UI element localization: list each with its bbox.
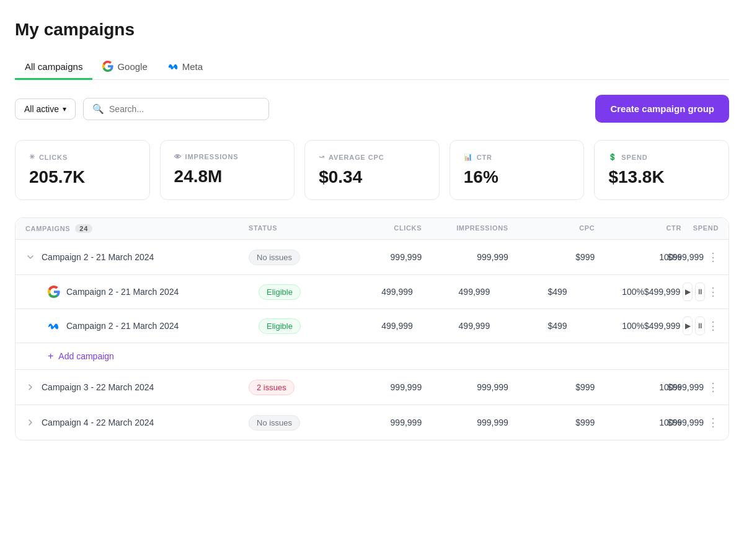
add-campaign-label: Add campaign	[58, 351, 114, 361]
row1-clicks: 999,999	[335, 252, 422, 262]
money-icon: 💲	[608, 153, 618, 161]
metric-spend-label: 💲 SPEND	[608, 153, 715, 161]
tab-meta-label: Meta	[182, 61, 203, 72]
tab-google-label: Google	[117, 61, 147, 72]
sub1b-actions: $499,999 ▶ ⏸ ⋮	[644, 317, 719, 335]
chevron-down-icon: ▾	[63, 105, 66, 113]
page-title: My campaigns	[15, 20, 729, 40]
row2-impressions: 999,999	[422, 382, 508, 392]
sub-row: Campaign 2 - 21 March 2024 Eligible 499,…	[16, 309, 728, 343]
sub1b-name-cell: Campaign 2 - 21 March 2024	[48, 320, 259, 332]
th-spend: SPEND	[681, 224, 719, 233]
sub1a-impressions: 499,999	[413, 287, 490, 297]
search-box: 🔍	[83, 98, 269, 120]
sparkle-icon: ✳	[29, 153, 35, 161]
plus-icon: +	[48, 351, 53, 362]
row1-status: No issues	[249, 250, 335, 265]
status-badge: No issues	[249, 250, 300, 265]
table-row: Campaign 3 - 22 March 2024 2 issues 999,…	[16, 370, 728, 405]
sub1a-actions: $499,999 ▶ ⏸ ⋮	[644, 282, 719, 301]
status-badge: No issues	[249, 415, 300, 431]
metric-ctr-value: 16%	[464, 167, 570, 187]
sub1b-name: Campaign 2 - 21 March 2024	[66, 321, 179, 331]
row3-impressions: 999,999	[422, 418, 508, 427]
row1-actions: $999,999 ⋮	[681, 248, 719, 266]
row3-cpc: $999	[508, 418, 595, 427]
table-row: Campaign 2 - 21 March 2024 No issues 999…	[16, 240, 728, 275]
sub1a-spend: $499,999	[644, 287, 680, 297]
sub1b-ctr: 100%	[567, 321, 644, 331]
meta-icon	[167, 61, 179, 72]
filter-label: All active	[24, 104, 59, 114]
sub1b-more-button[interactable]: ⋮	[707, 317, 719, 335]
table-row: Campaign 4 - 22 March 2024 No issues 999…	[16, 405, 728, 440]
sub1a-pause-button[interactable]: ⏸	[695, 282, 705, 301]
toolbar: All active ▾ 🔍 Create campaign group	[15, 95, 729, 123]
tab-meta[interactable]: Meta	[157, 55, 213, 80]
tab-bar: All campaigns Google Meta	[15, 55, 729, 80]
sub1a-status: Eligible	[259, 284, 335, 300]
row3-name: Campaign 4 - 22 March 2024	[42, 418, 154, 427]
metric-impressions: 👁 IMPRESSIONS 24.8M	[160, 140, 295, 200]
chart-icon: 📊	[464, 153, 473, 161]
row1-name: Campaign 2 - 21 March 2024	[42, 252, 154, 262]
row3-more-button[interactable]: ⋮	[707, 414, 719, 431]
sub1a-more-button[interactable]: ⋮	[707, 283, 719, 300]
metric-spend: 💲 SPEND $13.8K	[594, 140, 729, 200]
campaign-count-badge: 24	[75, 224, 92, 233]
row2-more-button[interactable]: ⋮	[707, 378, 719, 396]
row2-cpc: $999	[508, 382, 595, 392]
row3-clicks: 999,999	[335, 418, 422, 427]
sub1b-spend: $499,999	[644, 321, 680, 331]
search-input[interactable]	[109, 104, 260, 114]
th-status: STATUS	[249, 224, 335, 233]
sub1b-clicks: 499,999	[335, 321, 412, 331]
row2-spend: $999,999	[668, 382, 704, 392]
chevron-right-icon[interactable]	[25, 382, 35, 392]
add-campaign-row[interactable]: + Add campaign	[16, 343, 728, 370]
chevron-right-icon[interactable]	[25, 418, 35, 427]
row2-actions: $999,999 ⋮	[681, 378, 719, 396]
sub1b-pause-button[interactable]: ⏸	[695, 317, 705, 335]
create-campaign-group-button[interactable]: Create campaign group	[595, 95, 729, 123]
tab-all-campaigns[interactable]: All campaigns	[15, 55, 92, 80]
campaigns-table: CAMPAIGNS 24 STATUS CLICKS IMPRESSIONS C…	[15, 217, 729, 440]
row3-status: No issues	[249, 415, 335, 431]
sub-row: Campaign 2 - 21 March 2024 Eligible 499,…	[16, 275, 728, 309]
sub1a-play-button[interactable]: ▶	[683, 282, 693, 301]
sub1b-impressions: 499,999	[413, 321, 490, 331]
row2-clicks: 999,999	[335, 382, 422, 392]
chevron-down-icon[interactable]	[25, 252, 35, 262]
metrics-row: ✳ CLICKS 205.7K 👁 IMPRESSIONS 24.8M ⤻ AV…	[15, 140, 729, 200]
th-clicks: CLICKS	[335, 224, 422, 233]
sub1b-play-button[interactable]: ▶	[683, 317, 693, 335]
eye-icon: 👁	[174, 153, 182, 160]
create-button-label: Create campaign group	[610, 103, 714, 114]
google-icon	[102, 61, 113, 72]
th-campaigns: CAMPAIGNS 24	[25, 224, 249, 233]
row1-cpc: $999	[508, 252, 595, 262]
row1-more-button[interactable]: ⋮	[707, 248, 719, 266]
status-badge: Eligible	[259, 318, 301, 334]
row2-name: Campaign 3 - 22 March 2024	[42, 382, 154, 392]
row2-name-cell: Campaign 3 - 22 March 2024	[25, 382, 249, 392]
page-container: My campaigns All campaigns Google Meta	[0, 0, 744, 460]
metric-avg-cpc: ⤻ AVERAGE CPC $0.34	[304, 140, 440, 200]
sub1b-cpc: $499	[490, 321, 567, 331]
sub1a-clicks: 499,999	[335, 287, 412, 297]
filter-dropdown[interactable]: All active ▾	[15, 98, 76, 120]
tab-google[interactable]: Google	[92, 55, 157, 80]
metric-avg-cpc-label: ⤻ AVERAGE CPC	[319, 153, 425, 161]
row3-spend: $999,999	[668, 418, 704, 427]
row2-status: 2 issues	[249, 380, 335, 395]
google-icon	[48, 286, 60, 298]
row3-name-cell: Campaign 4 - 22 March 2024	[25, 418, 249, 427]
sub1b-status: Eligible	[259, 318, 335, 334]
metric-avg-cpc-value: $0.34	[319, 167, 425, 187]
th-cpc: CPC	[508, 224, 595, 233]
status-badge: Eligible	[259, 284, 301, 300]
th-ctr: CTR	[595, 224, 681, 233]
row1-name-cell: Campaign 2 - 21 March 2024	[25, 252, 249, 262]
cursor-icon: ⤻	[319, 153, 325, 161]
tab-all-campaigns-label: All campaigns	[25, 61, 82, 72]
